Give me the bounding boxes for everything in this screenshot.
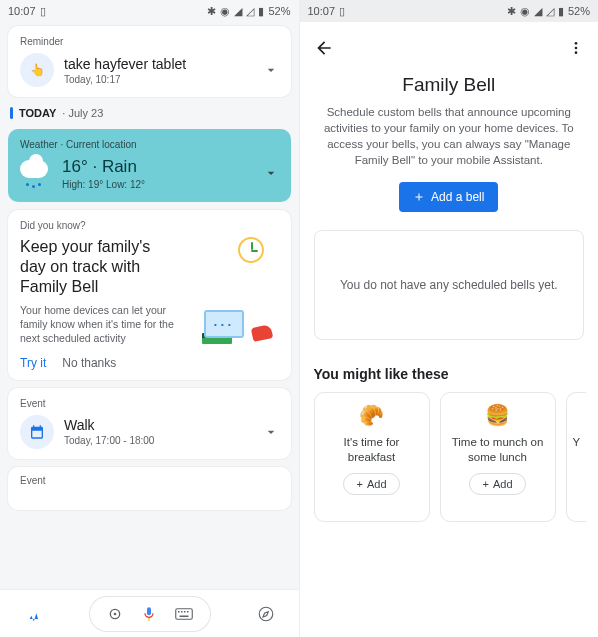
- family-bell-illustration: [196, 237, 272, 346]
- event-section-label: Event: [20, 398, 279, 409]
- event-stub-label: Event: [20, 475, 279, 486]
- battery-icon: ▮: [558, 5, 564, 18]
- dyk-desc: Your home devices can let your family kn…: [20, 303, 190, 346]
- dyk-section-label: Did you know?: [20, 220, 279, 231]
- svg-rect-9: [180, 615, 189, 617]
- did-you-know-card: Did you know? Keep your family's day on …: [8, 210, 291, 380]
- suggestion-text: Y: [573, 435, 581, 465]
- add-bell-button[interactable]: Add a bell: [399, 182, 498, 212]
- keyboard-icon[interactable]: [175, 607, 193, 621]
- weather-label: Weather · Current location: [20, 139, 279, 150]
- plus-icon: [413, 191, 425, 203]
- weather-card[interactable]: Weather · Current location 16° · Rain Hi…: [8, 129, 291, 202]
- lens-icon[interactable]: [107, 606, 123, 622]
- suggestions-row[interactable]: 🥐 It's time for breakfast + Add 🍔 Time t…: [314, 392, 585, 522]
- today-indicator: [10, 107, 13, 119]
- chevron-down-icon[interactable]: [263, 424, 279, 440]
- suggestion-card-partial[interactable]: Y: [566, 392, 586, 522]
- battery-text: 52%: [568, 5, 590, 17]
- reminder-title: take hayfever tablet: [64, 56, 186, 72]
- svg-rect-6: [181, 611, 183, 613]
- right-phone: 10:07 ▯ ✱ ◉ ◢ ◿ ▮ 52% Family Bell Schedu…: [300, 0, 599, 637]
- svg-rect-8: [187, 611, 189, 613]
- bluetooth-icon: ✱: [207, 5, 216, 18]
- wifi-icon: ◢: [534, 5, 542, 18]
- svg-point-10: [259, 607, 273, 621]
- svg-point-13: [575, 51, 578, 54]
- chevron-down-icon[interactable]: [263, 62, 279, 78]
- svg-rect-4: [176, 608, 193, 619]
- weather-rain-icon: [20, 156, 54, 190]
- suggestion-text: Time to munch on some lunch: [449, 435, 547, 465]
- suggestions-header: You might like these: [314, 366, 585, 382]
- event-time: Today, 17:00 - 18:00: [64, 435, 154, 446]
- left-phone: 10:07 ▯ ✱ ◉ ◢ ◿ ▮ 52% Reminder 👆 take ha…: [0, 0, 300, 637]
- bluetooth-icon: ✱: [507, 5, 516, 18]
- reminder-section-label: Reminder: [20, 36, 279, 47]
- bottom-nav: [0, 589, 299, 637]
- reminder-time: Today, 10:17: [64, 74, 186, 85]
- more-menu-button[interactable]: [568, 40, 584, 56]
- status-bar: 10:07 ▯ ✱ ◉ ◢ ◿ ▮ 52%: [300, 0, 599, 22]
- add-suggestion-button[interactable]: + Add: [343, 473, 399, 495]
- status-bar: 10:07 ▯ ✱ ◉ ◢ ◿ ▮ 52%: [0, 0, 299, 22]
- dyk-title: Keep your family's day on track with Fam…: [20, 237, 180, 297]
- chevron-down-icon[interactable]: [263, 165, 279, 181]
- try-it-button[interactable]: Try it: [20, 356, 46, 370]
- signal-icon: ◿: [246, 5, 254, 18]
- suggestion-card[interactable]: 🍔 Time to munch on some lunch + Add: [440, 392, 556, 522]
- no-thanks-button[interactable]: No thanks: [62, 356, 116, 370]
- back-button[interactable]: [314, 38, 334, 58]
- svg-rect-7: [184, 611, 186, 613]
- empty-state-text: You do not have any scheduled bells yet.: [340, 278, 558, 292]
- notification-dot-icon: ▯: [40, 5, 46, 18]
- suggestion-text: It's time for breakfast: [323, 435, 421, 465]
- svg-rect-3: [149, 618, 150, 621]
- notification-dot-icon: ▯: [339, 5, 345, 18]
- today-date: · July 23: [62, 107, 103, 119]
- dnd-icon: ◉: [220, 5, 230, 18]
- calendar-icon: [20, 415, 54, 449]
- battery-text: 52%: [268, 5, 290, 17]
- weather-range: High: 19° Low: 12°: [62, 179, 145, 190]
- event-title: Walk: [64, 417, 154, 433]
- svg-rect-5: [178, 611, 180, 613]
- dnd-icon: ◉: [520, 5, 530, 18]
- today-label: TODAY: [19, 107, 56, 119]
- wifi-icon: ◢: [234, 5, 242, 18]
- suggestion-card[interactable]: 🥐 It's time for breakfast + Add: [314, 392, 430, 522]
- svg-point-12: [575, 47, 578, 50]
- page-description: Schedule custom bells that announce upco…: [314, 104, 585, 168]
- svg-point-11: [575, 42, 578, 45]
- today-header: TODAY · July 23: [8, 105, 291, 121]
- add-label: Add: [493, 478, 513, 490]
- svg-point-2: [114, 612, 117, 615]
- page-title: Family Bell: [314, 74, 585, 96]
- status-time: 10:07: [8, 5, 36, 17]
- add-bell-label: Add a bell: [431, 190, 484, 204]
- explore-icon[interactable]: [257, 605, 275, 623]
- croissant-icon: 🥐: [359, 403, 384, 427]
- signal-icon: ◿: [546, 5, 554, 18]
- search-pill[interactable]: [90, 597, 210, 631]
- assistant-updates-icon[interactable]: [23, 604, 43, 624]
- mic-icon[interactable]: [141, 604, 157, 624]
- status-time: 10:07: [308, 5, 336, 17]
- add-suggestion-button[interactable]: + Add: [469, 473, 525, 495]
- battery-icon: ▮: [258, 5, 264, 18]
- reminder-card[interactable]: Reminder 👆 take hayfever tablet Today, 1…: [8, 26, 291, 97]
- event-card-partial[interactable]: Event: [8, 467, 291, 510]
- reminder-icon: 👆: [20, 53, 54, 87]
- event-card[interactable]: Event Walk Today, 17:00 - 18:00: [8, 388, 291, 459]
- plus-icon: +: [356, 478, 362, 490]
- add-label: Add: [367, 478, 387, 490]
- plus-icon: +: [482, 478, 488, 490]
- weather-temp: 16° · Rain: [62, 157, 145, 177]
- svg-text:👆: 👆: [30, 62, 45, 77]
- empty-state: You do not have any scheduled bells yet.: [314, 230, 585, 340]
- burger-icon: 🍔: [485, 403, 510, 427]
